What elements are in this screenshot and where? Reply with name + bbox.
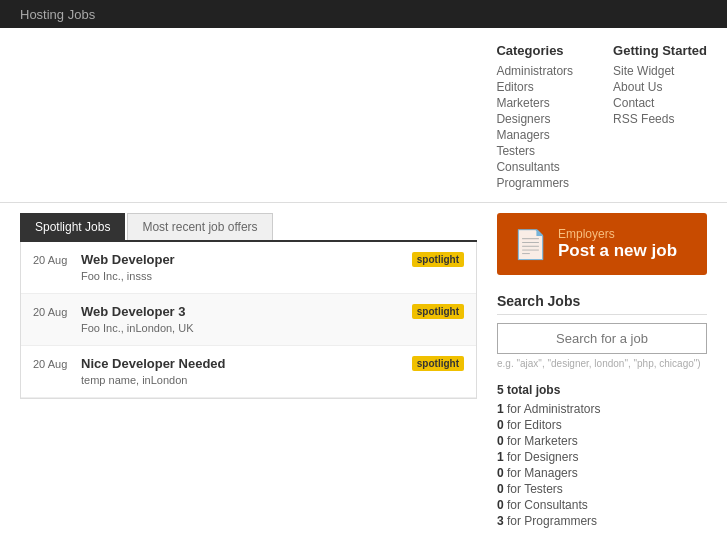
stat-label: for Marketers [507,434,578,448]
spotlight-badge: spotlight [412,252,464,267]
table-row: 20 Aug Web Developer Foo Inc., insss spo… [21,242,476,294]
nav-link-editors[interactable]: Editors [496,80,533,94]
job-date: 20 Aug [33,356,81,370]
right-column: 📄 Employers Post a new job Search Jobs e… [497,213,707,530]
nav-categories: Categories Administrators Editors Market… [496,43,573,192]
nav-link-site-widget[interactable]: Site Widget [613,64,674,78]
stat-label: for Consultants [507,498,588,512]
list-item[interactable]: Site Widget [613,64,707,78]
job-info: Web Developer Foo Inc., insss [81,252,404,283]
nav-getting-started: Getting Started Site Widget About Us Con… [613,43,707,192]
nav-link-rss-feeds[interactable]: RSS Feeds [613,112,674,126]
job-title[interactable]: Nice Developer Needed [81,356,404,371]
tabs-bar: Spotlight Jobs Most recent job offers [20,213,477,242]
list-item[interactable]: Programmers [496,176,573,190]
site-title: Hosting Jobs [20,7,95,22]
search-input[interactable] [497,323,707,354]
list-item[interactable]: About Us [613,80,707,94]
stat-editors: 0 for Editors [497,418,707,432]
stat-designers: 1 for Designers [497,450,707,464]
stat-programmers: 3 for Programmers [497,514,707,528]
list-item[interactable]: Administrators [496,64,573,78]
search-hint: e.g. "ajax", "designer, london", "php, c… [497,358,707,369]
job-company: Foo Inc., insss [81,270,152,282]
search-jobs-heading: Search Jobs [497,293,707,315]
list-item[interactable]: Consultants [496,160,573,174]
nav-link-contact[interactable]: Contact [613,96,654,110]
categories-heading: Categories [496,43,573,58]
list-item[interactable]: Managers [496,128,573,142]
categories-list: Administrators Editors Marketers Designe… [496,64,573,190]
list-item[interactable]: RSS Feeds [613,112,707,126]
stat-administrators: 1 for Administrators [497,402,707,416]
list-item[interactable]: Editors [496,80,573,94]
job-date: 20 Aug [33,252,81,266]
getting-started-list: Site Widget About Us Contact RSS Feeds [613,64,707,126]
employers-text: Employers Post a new job [558,227,677,261]
nav-link-marketers[interactable]: Marketers [496,96,549,110]
job-info: Web Developer 3 Foo Inc., inLondon, UK [81,304,404,335]
spotlight-badge: spotlight [412,356,464,371]
left-column: Spotlight Jobs Most recent job offers 20… [20,213,477,530]
nav-link-consultants[interactable]: Consultants [496,160,559,174]
job-list: 20 Aug Web Developer Foo Inc., insss spo… [20,242,477,399]
job-stats: 5 total jobs 1 for Administrators 0 for … [497,383,707,528]
job-badge: spotlight [412,304,464,318]
job-badge: spotlight [412,252,464,266]
job-badge: spotlight [412,356,464,370]
list-item[interactable]: Marketers [496,96,573,110]
document-icon: 📄 [513,228,548,261]
stat-label: for Programmers [507,514,597,528]
top-bar: Hosting Jobs [0,0,727,28]
job-date: 20 Aug [33,304,81,318]
job-info: Nice Developer Needed temp name, inLondo… [81,356,404,387]
stat-marketers: 0 for Marketers [497,434,707,448]
table-row: 20 Aug Web Developer 3 Foo Inc., inLondo… [21,294,476,346]
list-item[interactable]: Designers [496,112,573,126]
total-jobs: 5 total jobs [497,383,707,397]
tab-most-recent[interactable]: Most recent job offers [127,213,272,240]
job-company: temp name, inLondon [81,374,187,386]
tab-spotlight-jobs[interactable]: Spotlight Jobs [20,213,125,240]
job-title[interactable]: Web Developer [81,252,404,267]
nav-link-administrators[interactable]: Administrators [496,64,573,78]
list-item[interactable]: Testers [496,144,573,158]
employers-label: Employers [558,227,677,241]
header-nav: Categories Administrators Editors Market… [0,28,727,203]
nav-link-programmers[interactable]: Programmers [496,176,569,190]
nav-link-managers[interactable]: Managers [496,128,549,142]
stat-consultants: 0 for Consultants [497,498,707,512]
getting-started-heading: Getting Started [613,43,707,58]
stat-label: for Designers [507,450,578,464]
job-company: Foo Inc., inLondon, UK [81,322,194,334]
post-new-job-label: Post a new job [558,241,677,261]
nav-link-about-us[interactable]: About Us [613,80,662,94]
stat-label: for Editors [507,418,562,432]
stat-label: for Managers [507,466,578,480]
stat-label: for Administrators [507,402,600,416]
job-title[interactable]: Web Developer 3 [81,304,404,319]
stat-label: for Testers [507,482,563,496]
stat-testers: 0 for Testers [497,482,707,496]
stat-managers: 0 for Managers [497,466,707,480]
spotlight-badge: spotlight [412,304,464,319]
employers-box[interactable]: 📄 Employers Post a new job [497,213,707,275]
list-item[interactable]: Contact [613,96,707,110]
main-content: Spotlight Jobs Most recent job offers 20… [0,213,727,530]
nav-link-designers[interactable]: Designers [496,112,550,126]
search-jobs-section: Search Jobs e.g. "ajax", "designer, lond… [497,293,707,369]
nav-link-testers[interactable]: Testers [496,144,535,158]
table-row: 20 Aug Nice Developer Needed temp name, … [21,346,476,398]
